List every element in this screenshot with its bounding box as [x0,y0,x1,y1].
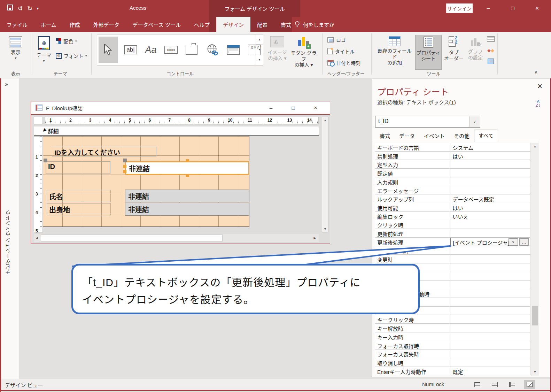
property-label[interactable]: 更新後処理 [375,238,450,246]
property-tab-5[interactable]: すべて [474,130,498,142]
gallery-up-button[interactable]: ▲ [256,34,263,45]
property-value[interactable]: システム [450,143,530,151]
design-view-button[interactable] [524,380,535,389]
property-value[interactable] [450,358,530,367]
property-label[interactable]: Enterキー入力時動作 [375,367,450,375]
property-value[interactable] [450,160,530,168]
gallery-down-button[interactable]: ▼ [256,45,263,55]
form-maximize-button[interactable]: □ [285,103,301,113]
property-value[interactable]: はい [450,152,530,160]
property-value[interactable] [450,341,530,349]
tab-control-tool[interactable] [182,37,201,63]
property-value[interactable] [450,255,530,263]
chart-settings-button[interactable]: グラフ の設定 [465,35,486,70]
property-label[interactable]: エラーメッセージ [375,186,450,194]
caption-label[interactable]: IDを入力してください [52,147,156,156]
maximize-button[interactable]: □ [505,0,521,17]
form-horizontal-scrollbar[interactable]: ◀ ▶ [34,234,319,242]
button-tool[interactable]: xxxx [162,37,180,63]
property-sheet-close-icon[interactable]: ✕ [537,82,543,90]
property-label[interactable]: ルックアップ列 [375,194,450,203]
property-value[interactable]: はい [450,203,530,212]
gallery-more-button[interactable]: ▼ [256,55,263,65]
scroll-left-icon[interactable]: ◀ [34,236,40,240]
property-label[interactable]: キーボードの言語 [375,143,450,151]
form-minimize-button[interactable]: – [263,103,279,113]
ribbon-tab-5[interactable]: データベース ツール [126,17,187,32]
resize-handle[interactable] [123,170,126,173]
property-value[interactable] [450,315,530,323]
property-tab-3[interactable]: イベント [419,130,449,142]
property-label[interactable]: 入力規則 [375,177,450,186]
field-textbox-1[interactable]: 非連結 [125,161,249,175]
colors-button[interactable]: 配色▾ [56,38,77,45]
object-selector-combo[interactable]: t_ID ∨ [375,116,480,128]
save-button[interactable] [7,5,13,12]
property-value[interactable] [450,229,530,237]
property-sheet-scrollbar[interactable]: ▲ ▼ [531,143,539,376]
themes-button[interactable]: 亜 テーマ ▼ [34,35,54,70]
property-sheet-button[interactable]: プロパティ シート [415,35,442,70]
property-value[interactable] [450,177,530,186]
field-textbox-3[interactable]: 非連結 [125,203,249,216]
move-handle[interactable] [44,159,47,162]
value-dropdown-icon[interactable]: ∨ [509,238,518,246]
minimize-button[interactable]: – [480,0,496,17]
property-label[interactable]: 取り消し時 [375,358,450,367]
h-scrollbar-thumb[interactable] [41,235,223,241]
property-value[interactable] [450,289,530,298]
value-builder-button[interactable]: … [519,238,529,246]
ribbon-tab-3[interactable]: 作成 [63,17,87,32]
property-label[interactable]: キー解放時 [375,324,450,332]
hyperlink-tool[interactable] [203,37,222,63]
ribbon-tab-4[interactable]: 外部データ [87,17,126,32]
property-value[interactable] [450,298,530,306]
redo-button[interactable]: ↻▾ [27,5,32,12]
property-label[interactable]: クリック時 [375,220,450,229]
ribbon-tab-7[interactable]: デザイン [216,17,250,32]
scroll-down-icon[interactable]: ▼ [322,227,328,231]
property-label[interactable]: 変更時 [375,255,450,263]
resize-handle[interactable] [186,174,189,177]
ribbon-tab-9[interactable]: 書式 [274,17,298,32]
date-time-button[interactable]: 日付と時刻 [327,59,360,66]
property-tab-4[interactable]: その他 [449,130,474,142]
field-label-1[interactable]: ID [46,161,110,174]
fonts-button[interactable]: 亜 フォント▾ [56,52,87,59]
property-label[interactable]: フォーカス取得時 [375,341,450,349]
form-view-button[interactable] [472,380,483,389]
form-close-button[interactable]: × [308,103,324,113]
property-value[interactable] [450,324,530,332]
scrollbar-thumb[interactable] [532,306,538,325]
property-label[interactable]: フォーカス喪失時 [375,349,450,358]
property-tab-2[interactable]: データ [395,130,419,142]
expand-nav-pane-button[interactable]: » [5,81,8,88]
property-value[interactable] [450,186,530,194]
field-label-3[interactable]: 出身地 [47,203,111,215]
logo-button[interactable]: ロゴ [327,36,346,43]
ribbon-tab-2[interactable]: ホーム [34,17,63,32]
move-handle[interactable] [123,159,127,162]
subform-in-new-window-button[interactable] [486,35,495,43]
property-label[interactable]: 更新前処理 [375,229,450,237]
form-vertical-scrollbar[interactable]: ▲ ▼ [322,117,328,232]
scroll-up-icon[interactable]: ▲ [322,118,328,122]
close-button[interactable]: × [529,0,545,17]
title-button[interactable]: タイトル [327,48,355,55]
form-design-grid[interactable]: IDを入力してくださいID非連結氏名非連結出身地非連結 [43,136,249,227]
view-code-button[interactable]: ◆◆ [486,46,495,54]
customize-qat-button[interactable]: ▾ [37,6,39,11]
combo-dropdown-icon[interactable]: ∨ [469,116,480,127]
tell-me-box[interactable]: 何をしますか [295,17,334,32]
property-value[interactable]: 既定 [450,367,530,375]
view-button[interactable]: 表示 ▼ [5,35,26,70]
property-value[interactable]: [イベント プロシージャ]∨… [450,238,530,246]
field-textbox-2[interactable]: 非連結 [125,190,249,202]
property-value[interactable] [450,332,530,341]
textbox-tool[interactable]: ab| [122,37,140,63]
layout-view-button[interactable] [506,380,518,389]
field-label-2[interactable]: 氏名 [47,190,111,202]
property-label[interactable]: 編集ロック [375,212,450,220]
ribbon-tab-8[interactable]: 配置 [250,17,274,32]
sign-in-button[interactable]: サインイン [446,3,473,13]
